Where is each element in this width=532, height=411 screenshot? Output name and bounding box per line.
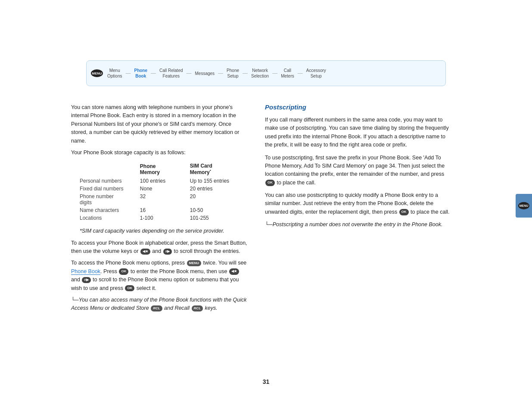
right-content: Postscripting If you call many different…: [265, 103, 450, 234]
navigation-bar: MENU Menu Options — Phone Book — Call Re…: [86, 60, 446, 86]
hash-nav-icon: #▶: [82, 277, 90, 283]
table-cell-phone: 1-100: [140, 214, 190, 222]
storage-capacity-table: Phone Memory SIM Card Memory* Personal n…: [80, 162, 248, 222]
nav-arrow-2: —: [150, 70, 157, 76]
table-cell-label: Fixed dial numbers: [80, 185, 140, 193]
nav-arrow-3: —: [186, 70, 193, 76]
table-cell-label: Locations: [80, 214, 140, 222]
intro-paragraph-2: Your Phone Book storage capacity is as f…: [71, 149, 248, 157]
nav-item-messages[interactable]: Messages: [193, 71, 218, 76]
table-header-phone-memory: Phone Memory: [140, 162, 190, 177]
table-cell-sim: Up to 155 entries: [190, 177, 248, 185]
table-cell-sim: 10-50: [190, 206, 248, 214]
table-cell-phone: 16: [140, 206, 190, 214]
nav-arrow-6: —: [271, 70, 278, 76]
table-row: Phone number digits 32 20: [80, 193, 248, 206]
postscripting-note: └─Postscripting a number does not overwr…: [265, 221, 450, 229]
hash-key-icon: #▶: [163, 249, 172, 255]
left-content: You can store names along with telephone…: [71, 103, 248, 316]
nav-item-phone-setup[interactable]: Phone Setup: [224, 68, 242, 79]
rcl-recall-icon: RCL: [192, 305, 203, 311]
menu-button-icon: MENU: [91, 69, 103, 77]
table-cell-sim: 20 entries: [190, 185, 248, 193]
nav-arrow-1: —: [124, 70, 131, 76]
postscripting-para-2: To use postscripting, first save the pre…: [265, 154, 450, 187]
table-cell-label: Phone number digits: [80, 193, 140, 206]
table-cell-sim: 101-255: [190, 214, 248, 222]
postscripting-para-3: You can also use postscripting to quickl…: [265, 191, 450, 216]
ok-icon-2: OK: [125, 285, 134, 291]
table-footnote: *SIM card capacity varies depending on t…: [80, 227, 248, 235]
menu-tab-label: MENU: [518, 202, 529, 209]
table-cell-phone: 100 entries: [140, 177, 190, 185]
intro-paragraph-1: You can store names along with telephone…: [71, 103, 248, 145]
menu-access-para: To access the Phone Book menu options, p…: [71, 259, 248, 293]
table-row: Name characters 16 10-50: [80, 206, 248, 214]
table-cell-label: Name characters: [80, 206, 140, 214]
star-key-icon: ◀★: [140, 249, 150, 255]
nav-arrow-4: —: [217, 70, 224, 76]
nav-item-menu-options[interactable]: Menu Options: [105, 68, 124, 79]
table-row: Locations 1-100 101-255: [80, 214, 248, 222]
table-row: Personal numbers 100 entries Up to 155 e…: [80, 177, 248, 185]
star-nav-icon: ◀★: [229, 268, 239, 274]
nav-arrow-7: —: [297, 70, 304, 76]
ok-icon-3: OK: [265, 180, 275, 186]
table-cell-sim: 20: [190, 193, 248, 206]
nav-item-network-selection[interactable]: Network Selection: [249, 68, 271, 79]
nav-item-call-related[interactable]: Call Related Features: [157, 68, 185, 79]
nav-arrow-5: —: [242, 70, 249, 76]
table-cell-label: Personal numbers: [80, 177, 140, 185]
menu-icon-inline: MENU: [187, 260, 202, 266]
postscripting-title: Postscripting: [265, 103, 450, 111]
nav-item-call-meters[interactable]: Call Meters: [278, 68, 297, 79]
ok-icon-1: OK: [119, 268, 128, 274]
ok-icon-4: OK: [399, 209, 409, 215]
postscripting-para-1: If you call many different numbers in th…: [265, 116, 450, 149]
table-cell-phone: 32: [140, 193, 190, 206]
menu-side-tab: MENU: [516, 194, 532, 218]
table-cell-phone: None: [140, 185, 190, 193]
alphabetical-access-para: To access your Phone Book in alphabetica…: [71, 239, 248, 256]
table-header-sim-memory: SIM Card Memory*: [190, 162, 248, 177]
rcl-store-icon: RCL: [151, 305, 162, 311]
table-row: Fixed dial numbers None 20 entries: [80, 185, 248, 193]
phone-book-link[interactable]: Phone Book: [71, 268, 100, 275]
quick-access-note: └─You can also access many of the Phone …: [71, 296, 248, 313]
page-number: 31: [263, 378, 270, 385]
nav-item-phone-book[interactable]: Phone Book: [131, 68, 150, 79]
table-header-category: [80, 162, 140, 177]
nav-item-accessory-setup[interactable]: Accessory Setup: [304, 68, 329, 79]
